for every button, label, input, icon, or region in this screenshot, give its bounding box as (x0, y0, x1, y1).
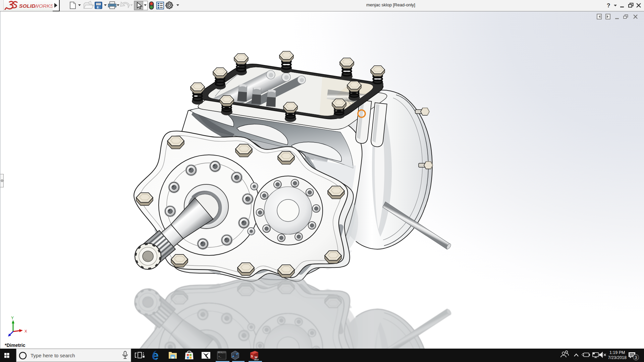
svg-text:C:\_: C:\_ (218, 351, 223, 354)
svg-text:S: S (251, 355, 253, 358)
svg-text:3: 3 (635, 355, 637, 360)
svg-text:?: ? (607, 2, 610, 9)
svg-text:Y: Y (11, 316, 14, 320)
svg-text:WORKS: WORKS (34, 3, 53, 9)
svg-text:SOLID: SOLID (19, 3, 35, 9)
svg-text:X: X (24, 329, 27, 333)
svg-text:2017: 2017 (254, 359, 259, 361)
svg-text:>_: >_ (218, 355, 221, 358)
